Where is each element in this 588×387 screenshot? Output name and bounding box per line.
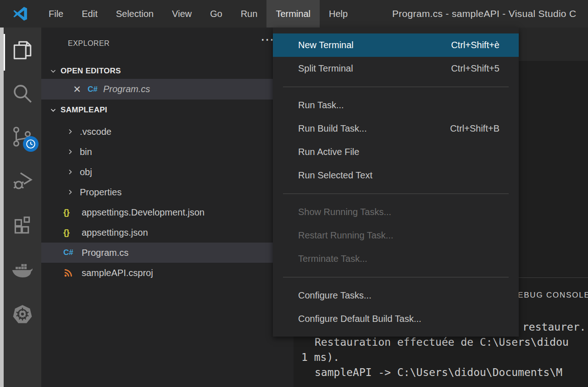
menu-item-label: New Terminal (298, 40, 354, 50)
open-editors-label: OPEN EDITORS (61, 66, 121, 76)
menubar: File Edit Selection View Go Run Terminal… (39, 0, 357, 28)
menu-item-label: Split Terminal (298, 63, 353, 74)
tree-item-label: appsettings.Development.json (82, 207, 205, 218)
menubar-item-file[interactable]: File (39, 0, 72, 28)
tab-debug-console[interactable]: DEBUG CONSOLE (511, 291, 588, 300)
tree-item-label: bin (80, 147, 92, 157)
menubar-item-help[interactable]: Help (320, 0, 357, 28)
search-icon[interactable] (11, 83, 34, 105)
menu-separator (283, 277, 509, 277)
menu-item-run-selected-text[interactable]: Run Selected Text (273, 164, 519, 187)
menu-item-label: Configure Default Build Task... (298, 314, 422, 324)
csharp-file-icon: C# (88, 85, 103, 94)
kubernetes-icon[interactable] (11, 303, 34, 326)
menubar-item-view[interactable]: View (163, 0, 201, 28)
open-editor-item-program-cs[interactable]: ✕ C# Program.cs (41, 79, 294, 100)
vscode-logo-icon (11, 5, 29, 22)
tree-item-label: Properties (80, 187, 122, 198)
run-and-debug-icon[interactable] (11, 170, 34, 193)
menu-item-shortcut: Ctrl+Shift+5 (451, 63, 499, 74)
terminal-output-line: 1 ms). (301, 351, 339, 363)
menu-item-terminate-task: Terminate Task... (273, 247, 519, 271)
active-view-indicator (4, 34, 5, 71)
docker-icon[interactable] (11, 258, 34, 281)
menu-item-restart-running-task: Restart Running Task... (273, 224, 519, 247)
menu-item-label: Terminate Task... (298, 254, 367, 264)
tree-file-appsettings-json[interactable]: {} appsettings.json (41, 222, 294, 243)
explorer-sidebar: EXPLORER ⋯ OPEN EDITORS ✕ C# Program.cs … (41, 28, 294, 387)
menubar-item-selection[interactable]: Selection (107, 0, 163, 28)
explorer-icon[interactable] (11, 39, 34, 62)
menu-item-shortcut: Ctrl+Shift+B (450, 123, 499, 134)
menu-item-label: Show Running Tasks... (298, 207, 391, 217)
terminal-output-line: restaurer. (522, 321, 586, 333)
menu-item-split-terminal[interactable]: Split Terminal Ctrl+Shift+5 (273, 57, 519, 80)
tree-file-appsettings-development-json[interactable]: {} appsettings.Development.json (41, 202, 294, 222)
chevron-down-icon (50, 67, 57, 75)
csproj-file-icon (63, 268, 77, 278)
menu-item-new-terminal[interactable]: New Terminal Ctrl+Shift+è (273, 33, 519, 57)
menu-item-label: Configure Tasks... (298, 290, 372, 301)
menu-item-run-build-task[interactable]: Run Build Task... Ctrl+Shift+B (273, 117, 519, 140)
extensions-icon[interactable] (11, 215, 34, 238)
json-file-icon: {} (63, 207, 77, 217)
menu-item-configure-default-build-task[interactable]: Configure Default Build Task... (273, 307, 519, 331)
terminal-dropdown-menu: New Terminal Ctrl+Shift+è Split Terminal… (273, 28, 519, 337)
tree-item-label: Program.cs (82, 248, 128, 258)
menu-item-shortcut: Ctrl+Shift+è (451, 40, 499, 50)
menubar-item-edit[interactable]: Edit (72, 0, 106, 28)
menu-item-label: Run Build Task... (298, 123, 367, 134)
tree-folder-vscode[interactable]: .vscode (41, 122, 294, 142)
menu-item-label: Run Task... (298, 100, 344, 111)
tree-item-label: .vscode (80, 127, 111, 137)
close-icon[interactable]: ✕ (71, 84, 83, 95)
menu-item-label: Restart Running Task... (298, 230, 394, 241)
workspace-root-header[interactable]: SAMPLEAPI (41, 102, 294, 118)
menubar-item-terminal[interactable]: Terminal (266, 0, 320, 28)
activity-bar (4, 28, 41, 387)
menu-item-run-task[interactable]: Run Task... (273, 94, 519, 117)
tree-folder-obj[interactable]: obj (41, 162, 294, 182)
menu-separator (283, 194, 509, 194)
workspace-root-label: SAMPLEAPI (61, 105, 107, 115)
chevron-right-icon (67, 128, 74, 135)
vscode-window: File Edit Selection View Go Run Terminal… (0, 0, 588, 387)
pending-changes-clock-badge (23, 136, 39, 152)
menu-item-show-running-tasks: Show Running Tasks... (273, 200, 519, 224)
chevron-right-icon (67, 148, 74, 155)
tree-item-label: obj (80, 167, 92, 177)
tree-item-label: appsettings.json (82, 227, 148, 238)
title-bar: File Edit Selection View Go Run Terminal… (0, 0, 588, 28)
menu-item-label: Run Active File (298, 147, 359, 157)
csharp-file-icon: C# (63, 248, 77, 257)
terminal-output-line: Restauration effectuée de C:\Users\didou (315, 336, 569, 348)
chevron-right-icon (67, 168, 74, 176)
menu-item-run-active-file[interactable]: Run Active File (273, 140, 519, 164)
tree-file-program-cs[interactable]: C# Program.cs (41, 243, 294, 263)
window-edge-strip (0, 28, 4, 387)
open-editors-header[interactable]: OPEN EDITORS (41, 63, 294, 79)
window-title: Program.cs - sampleAPI - Visual Studio C (392, 0, 576, 28)
menu-item-configure-tasks[interactable]: Configure Tasks... (273, 284, 519, 307)
menubar-item-run[interactable]: Run (232, 0, 267, 28)
tree-folder-bin[interactable]: bin (41, 142, 294, 162)
menubar-item-go[interactable]: Go (201, 0, 232, 28)
chevron-right-icon (67, 188, 74, 196)
chevron-down-icon (50, 106, 57, 114)
tree-file-sampleapi-csproj[interactable]: sampleAPI.csproj (41, 263, 294, 283)
json-file-icon: {} (63, 227, 77, 238)
menu-separator (283, 87, 509, 87)
tree-item-label: sampleAPI.csproj (82, 268, 153, 278)
terminal-output-line: sampleAPI -> C:\Users\didou\Documents\M (315, 366, 562, 378)
open-editor-filename: Program.cs (103, 84, 150, 94)
source-control-icon[interactable] (11, 125, 34, 148)
explorer-title: EXPLORER (68, 39, 110, 48)
tree-folder-properties[interactable]: Properties (41, 182, 294, 202)
menu-item-label: Run Selected Text (298, 170, 372, 181)
